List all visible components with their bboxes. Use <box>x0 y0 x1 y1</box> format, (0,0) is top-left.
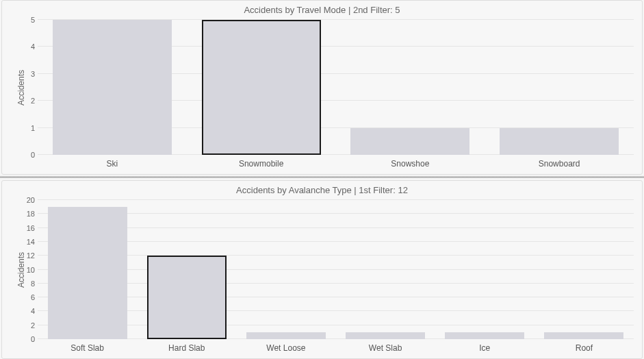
panel-divider <box>0 175 644 179</box>
x-tick-label: Wet Loose <box>231 343 341 353</box>
bar[interactable] <box>445 332 524 339</box>
bar-slot: Soft Slab <box>38 200 137 339</box>
y-tick-label: 6 <box>18 293 35 301</box>
bar[interactable] <box>147 256 227 339</box>
bar[interactable] <box>350 128 469 155</box>
bar[interactable] <box>346 332 425 339</box>
dashboard: Accidents by Travel Mode | 2nd Filter: 5… <box>0 0 644 359</box>
y-tick-label: 8 <box>18 280 35 288</box>
bar-slot: Roof <box>534 200 634 339</box>
chart-plot-area[interactable]: 012345SkiSnowmobileSnowshoeSnowboard <box>38 20 634 155</box>
y-tick-label: 3 <box>18 70 35 78</box>
x-tick-label: Snowshoe <box>355 159 465 169</box>
bar[interactable] <box>500 128 619 155</box>
chart-panel-travel-mode: Accidents by Travel Mode | 2nd Filter: 5… <box>1 0 643 175</box>
y-tick-label: 12 <box>18 251 35 260</box>
x-tick-label: Ski <box>57 159 167 169</box>
y-tick-label: 18 <box>18 210 35 218</box>
y-tick-label: 10 <box>18 266 35 274</box>
x-tick-label: Roof <box>529 343 639 353</box>
bar-slot: Ski <box>38 20 187 155</box>
bar-slot: Snowmobile <box>187 20 336 155</box>
bar[interactable] <box>544 332 623 339</box>
bar[interactable] <box>202 20 321 155</box>
y-tick-label: 0 <box>18 151 35 159</box>
x-tick-label: Snowmobile <box>207 159 316 169</box>
chart-title: Accidents by Travel Mode | 2nd Filter: 5 <box>2 1 642 15</box>
bar[interactable] <box>48 207 127 339</box>
chart-title: Accidents by Avalanche Type | 1st Filter… <box>2 181 642 195</box>
y-tick-label: 4 <box>18 307 35 315</box>
y-tick-label: 1 <box>18 124 35 132</box>
x-tick-label: Hard Slab <box>132 343 242 353</box>
x-tick-label: Soft Slab <box>33 343 142 353</box>
y-tick-label: 16 <box>18 224 35 232</box>
bar[interactable] <box>53 20 172 155</box>
bar-slot: Ice <box>435 200 534 339</box>
y-tick-label: 5 <box>18 16 35 24</box>
x-tick-label: Wet Slab <box>331 343 440 353</box>
bar-slot: Wet Loose <box>236 200 335 339</box>
bar-slot: Hard Slab <box>137 200 236 339</box>
bar-slot: Snowshoe <box>336 20 485 155</box>
bar[interactable] <box>246 332 326 339</box>
y-tick-label: 0 <box>18 335 35 343</box>
y-tick-label: 2 <box>18 321 35 330</box>
y-tick-label: 14 <box>18 238 35 246</box>
y-tick-label: 2 <box>18 97 35 105</box>
x-tick-label: Snowboard <box>504 159 614 169</box>
chart-plot-area[interactable]: 02468101214161820Soft SlabHard SlabWet L… <box>38 200 634 339</box>
x-tick-label: Ice <box>430 343 539 353</box>
bar-slot: Snowboard <box>485 20 634 155</box>
y-tick-label: 4 <box>18 42 35 51</box>
y-tick-label: 20 <box>18 196 35 204</box>
bar-slot: Wet Slab <box>336 200 435 339</box>
chart-panel-avalanche-type: Accidents by Avalanche Type | 1st Filter… <box>1 180 643 359</box>
